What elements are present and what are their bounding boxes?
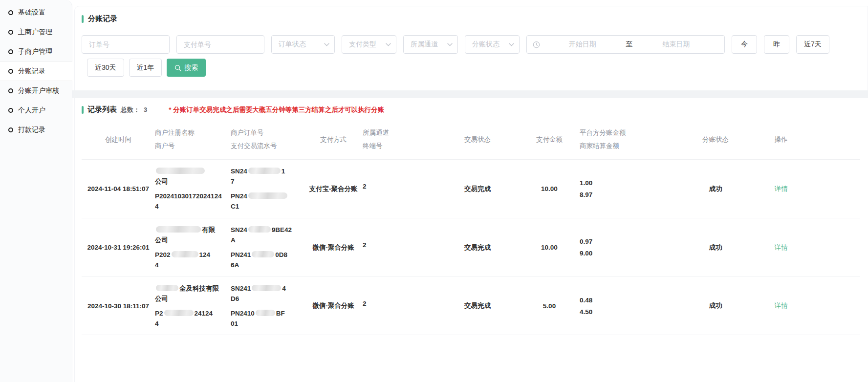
circle-icon	[8, 30, 13, 35]
last1year-button[interactable]: 近1年	[129, 59, 162, 77]
text-line: 01	[231, 318, 285, 329]
channel-select[interactable]: 所属通道	[403, 35, 458, 54]
cell-terminal: 2	[363, 160, 436, 218]
text-line: P202124	[155, 250, 210, 260]
cell-pay-amount: 5.00	[519, 277, 580, 335]
chevron-down-icon	[509, 43, 514, 46]
cell-split-status: 成功	[677, 218, 754, 276]
order-no-text: SN249BE42A	[231, 225, 292, 245]
text-line	[155, 166, 206, 176]
text-line: C1	[231, 201, 288, 212]
split-status-select[interactable]: 分账状态	[465, 35, 520, 54]
list-title: 记录列表	[87, 105, 117, 114]
yesterday-button[interactable]: 昨	[764, 35, 789, 54]
total-count: 3	[144, 106, 147, 113]
redacted-text	[172, 251, 198, 257]
order-no-input[interactable]	[82, 35, 170, 54]
text-line: SN249BE42	[231, 225, 292, 235]
search-icon	[174, 64, 181, 71]
list-header: 记录列表 总数： 3 * 分账订单交易完成之后需要大概五分钟等第三方结算之后才可…	[82, 105, 860, 114]
text-line: SN2414	[231, 283, 286, 294]
sidebar-item-label: 子商户管理	[18, 47, 52, 56]
sidebar-item-basic-settings[interactable]: 基础设置	[0, 3, 72, 22]
col-actions: 操作	[754, 119, 808, 159]
col-pay-amount: 支付金额	[519, 119, 580, 159]
search-button[interactable]: 搜索	[167, 59, 206, 77]
text-line: PN24	[231, 191, 288, 201]
redacted-text	[156, 226, 201, 233]
redacted-text	[248, 168, 281, 174]
cell-actions: 详情	[754, 160, 808, 218]
cell-terminal: 2	[363, 277, 436, 335]
cell-split-status: 成功	[677, 277, 754, 335]
today-button[interactable]: 今	[732, 35, 757, 54]
merchant-amount: 4.50	[580, 308, 592, 316]
filter-row-2: 近30天 近1年 搜索	[87, 59, 860, 77]
detail-link[interactable]: 详情	[775, 301, 788, 310]
col-order-no: 商户订单号支付交易流水号	[231, 119, 304, 159]
last30days-button[interactable]: 近30天	[87, 59, 124, 77]
chevron-down-icon	[386, 43, 391, 46]
circle-icon	[8, 127, 13, 132]
detail-link[interactable]: 详情	[775, 185, 788, 193]
clock-icon	[533, 41, 540, 48]
order-status-select[interactable]: 订单状态	[271, 35, 335, 54]
col-created-time: 创建时间	[82, 119, 155, 159]
order-no-text: SN2414D6	[231, 283, 286, 304]
sidebar-item-payment-records[interactable]: 打款记录	[0, 120, 72, 140]
redacted-text	[252, 285, 281, 291]
col-split-amounts: 平台方分账金额商家结算金额	[580, 119, 677, 159]
detail-link[interactable]: 详情	[775, 243, 788, 252]
merchant-name-text: 全及科技有限公司	[155, 283, 219, 304]
date-range-picker[interactable]: 开始日期 至 结束日期	[526, 35, 725, 54]
sidebar-item-label: 个人开户	[18, 106, 45, 115]
pay-type-select[interactable]: 支付类型	[342, 35, 396, 54]
cell-order-no: SN2417 PN24C1	[231, 160, 304, 218]
merchant-amount: 8.97	[580, 191, 592, 198]
sidebar-item-personal-account[interactable]: 个人开户	[0, 101, 72, 120]
date-separator: 至	[625, 40, 634, 49]
merchant-no-text: P2241244	[155, 308, 213, 329]
sidebar-item-split-records[interactable]: 分账记录	[0, 62, 72, 81]
redacted-text	[252, 251, 274, 257]
pay-no-input[interactable]	[176, 35, 264, 54]
sidebar-item-label: 主商户管理	[18, 28, 52, 37]
page-title: 分账记录	[82, 14, 860, 23]
text-line: 公司	[155, 235, 215, 245]
cell-trade-status: 交易完成	[436, 160, 519, 218]
redacted-text	[256, 310, 275, 316]
section-divider	[72, 90, 868, 98]
cell-created-time: 2024-11-04 18:51:07	[82, 160, 155, 218]
last7days-button[interactable]: 近7天	[796, 35, 829, 54]
cell-actions: 详情	[754, 218, 808, 276]
circle-icon	[8, 49, 13, 54]
filter-panel: 分账记录 订单状态 支付类型 所属通道 分账状态	[74, 6, 868, 90]
sidebar-item-split-account-review[interactable]: 分账开户审核	[0, 81, 72, 101]
text-line: PN2410BF	[231, 308, 285, 318]
cell-pay-method: 微信-聚合分账	[304, 218, 363, 276]
cell-created-time: 2024-10-31 19:26:01	[82, 218, 155, 276]
main-content: 分账记录 订单状态 支付类型 所属通道 分账状态	[72, 0, 868, 382]
sidebar-item-sub-merchant[interactable]: 子商户管理	[0, 42, 72, 62]
platform-amount: 0.48	[580, 297, 592, 304]
cell-order-no: SN2414D6 PN2410BF01	[231, 277, 304, 335]
records-table: 创建时间 商户注册名称商户号 商户订单号支付交易流水号 支付方式 所属通道终端号…	[82, 119, 860, 335]
cell-terminal: 2	[363, 218, 436, 276]
text-line: 公司	[155, 176, 206, 187]
text-line: D6	[231, 294, 286, 304]
circle-icon	[8, 108, 13, 113]
redacted-text	[248, 226, 271, 233]
chevron-down-icon	[447, 43, 453, 46]
sidebar: 基础设置 主商户管理 子商户管理 分账记录 分账开户审核 个人开户 打款记录	[0, 0, 72, 382]
chevron-down-icon	[324, 43, 329, 46]
cell-created-time: 2024-10-30 18:11:07	[82, 277, 155, 335]
redacted-text	[248, 192, 287, 199]
sidebar-item-main-merchant[interactable]: 主商户管理	[0, 22, 72, 42]
text-line: SN241	[231, 166, 285, 176]
cell-trade-status: 交易完成	[436, 218, 519, 276]
pay-flow-no-text: PN2410BF01	[231, 308, 285, 329]
order-no-text: SN2417	[231, 166, 285, 187]
circle-icon	[8, 69, 13, 74]
merchant-name-text: 有限公司	[155, 225, 215, 245]
text-line: 7	[231, 176, 285, 187]
